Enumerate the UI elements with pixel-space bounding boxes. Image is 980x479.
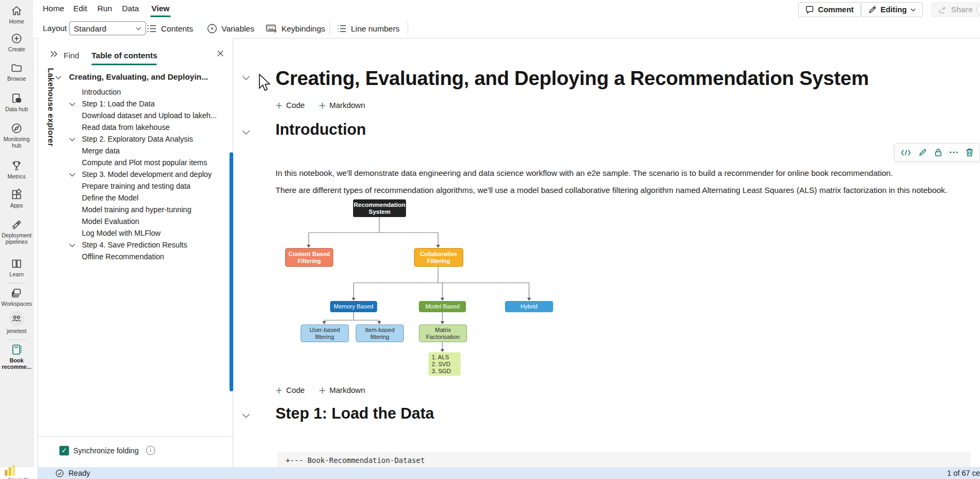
people-icon bbox=[0, 311, 33, 327]
collapse-intro-cell-chevron[interactable] bbox=[242, 130, 250, 135]
menu-view[interactable]: View bbox=[151, 4, 170, 13]
toc-item[interactable]: Model training and hyper-tunning bbox=[38, 204, 231, 215]
editing-mode-button[interactable]: Editing bbox=[861, 2, 923, 17]
layout-select[interactable]: Standard bbox=[69, 21, 146, 35]
toc-item-label: Step 1: Load the Data bbox=[82, 98, 231, 110]
toc-item[interactable]: Model Evaluation bbox=[38, 215, 231, 227]
step1-heading: Step 1: Load the Data bbox=[275, 405, 434, 422]
share-button[interactable]: Share bbox=[931, 2, 979, 17]
sidebar-item-notebook-book-recommendation[interactable]: Book recomme... bbox=[0, 343, 33, 370]
toc-item[interactable]: Download dataset and Upload to lakeh... bbox=[38, 110, 231, 121]
toc-item[interactable]: Step 1: Load the Data bbox=[38, 98, 231, 110]
lock-cell-icon[interactable] bbox=[935, 148, 942, 157]
layout-label: Layout bbox=[43, 24, 67, 33]
line-numbers-button[interactable]: Line numbers bbox=[337, 22, 400, 35]
tab-table-of-contents[interactable]: Table of contents bbox=[91, 51, 157, 60]
chevron-down-icon[interactable] bbox=[69, 102, 75, 106]
flowchart-node-recommendation-system: Recommendation System bbox=[353, 199, 406, 217]
sidebar-item-label: Metrics bbox=[1, 173, 32, 180]
toc-item[interactable]: Compute and Plot most popular items bbox=[38, 157, 231, 168]
toc-item[interactable]: Introduction bbox=[38, 86, 231, 98]
app-window: Home Create Browse Data hub Monitoring h… bbox=[0, 0, 980, 479]
close-panel-button[interactable] bbox=[217, 50, 224, 57]
chevron-down-icon[interactable] bbox=[69, 173, 75, 177]
toc-item[interactable]: Step 3. Model development and deploy bbox=[38, 168, 231, 180]
flowchart-node-als-list: 1. ALS 2. SVD 3. SGD bbox=[428, 352, 461, 376]
chevron-down-icon[interactable] bbox=[69, 137, 75, 142]
toc-item[interactable]: Step 2. Exploratory Data Analysis bbox=[38, 133, 231, 145]
chevron-down-icon[interactable] bbox=[69, 243, 75, 248]
delete-cell-icon[interactable] bbox=[966, 148, 974, 157]
toc-item-label: Step 4. Save Prediction Results bbox=[82, 239, 231, 251]
more-options-icon[interactable] bbox=[950, 151, 958, 153]
menu-home[interactable]: Home bbox=[43, 4, 64, 13]
toc-item[interactable]: Log Model with MLFlow bbox=[38, 227, 231, 239]
add-markdown-button[interactable]: Markdown bbox=[319, 101, 365, 110]
menu-run[interactable]: Run bbox=[97, 4, 112, 13]
recommendation-flowchart-image: Recommendation System Content Based Filt… bbox=[285, 198, 585, 380]
toc-item-label: Offline Recommendation bbox=[82, 251, 231, 262]
variables-button[interactable]: Variables bbox=[207, 22, 254, 35]
status-bar: Ready 1 of 67 ce bbox=[37, 467, 980, 479]
toc-item[interactable]: Define the Model bbox=[38, 192, 231, 204]
edit-cell-icon[interactable] bbox=[918, 148, 927, 157]
flowchart-node-item-based-filtering: Item-based filtering bbox=[356, 325, 404, 342]
keybindings-button[interactable]: Keybindings bbox=[266, 22, 325, 35]
notebook-scrollbar-thumb[interactable] bbox=[229, 152, 233, 391]
sidebar-item-workspaces[interactable]: Workspaces bbox=[0, 287, 33, 307]
collapse-title-cell-chevron[interactable] bbox=[242, 75, 250, 81]
toc-item[interactable]: Read data from lakehouse bbox=[38, 121, 231, 133]
add-code-button[interactable]: Code bbox=[275, 386, 305, 395]
contents-toggle-button[interactable]: Contents bbox=[147, 22, 193, 35]
sidebar-item-data-hub[interactable]: Data hub bbox=[0, 92, 33, 112]
sidebar-item-home[interactable]: Home bbox=[0, 4, 33, 25]
code-cell[interactable]: +--- Book-Recommendation-Dataset bbox=[277, 452, 971, 467]
toc-item[interactable]: Step 4. Save Prediction Results bbox=[38, 239, 231, 251]
power-bi-logo[interactable]: Power BI bbox=[4, 465, 32, 479]
tab-find[interactable]: Find bbox=[64, 51, 79, 60]
toc-item[interactable]: Prepare training and testing data bbox=[38, 180, 231, 192]
active-tab-underline bbox=[91, 64, 157, 65]
sidebar-item-deployment-pipelines[interactable]: Deployment pipelines bbox=[0, 218, 33, 245]
double-chevron-right-icon bbox=[50, 50, 58, 58]
sidebar-item-learn[interactable]: Learn bbox=[0, 257, 33, 277]
synchronize-folding-checkbox[interactable] bbox=[59, 446, 69, 455]
convert-to-code-icon[interactable] bbox=[901, 149, 911, 156]
toc-item-label: Download dataset and Upload to lakeh... bbox=[82, 110, 231, 121]
info-icon[interactable] bbox=[146, 446, 155, 455]
menu-data[interactable]: Data bbox=[122, 4, 139, 13]
toc-item-label: Compute and Plot most popular items bbox=[82, 157, 231, 168]
add-code-button[interactable]: Code bbox=[275, 101, 305, 110]
toc-item[interactable]: Offline Recommendation bbox=[38, 251, 231, 262]
chevron-down-icon bbox=[136, 27, 141, 30]
flowchart-node-memory-based: Memory Based bbox=[330, 301, 377, 312]
toc-item-label: Log Model with MLFlow bbox=[82, 227, 231, 239]
toc-item[interactable]: Creating, Evaluating, and Deployin... bbox=[38, 71, 231, 83]
expand-panel-button[interactable] bbox=[50, 50, 58, 58]
share-icon bbox=[938, 5, 947, 14]
sidebar-item-browse[interactable]: Browse bbox=[0, 61, 33, 82]
compass-icon bbox=[0, 122, 33, 135]
chevron-down-icon[interactable] bbox=[55, 75, 62, 80]
sidebar-item-workspace-jenetest[interactable]: jenetest bbox=[0, 311, 33, 334]
plus-icon bbox=[275, 387, 282, 394]
plus-icon bbox=[319, 387, 326, 394]
view-toolbar: Layout Standard Contents Variables Keybi… bbox=[33, 18, 980, 38]
sidebar-item-create[interactable]: Create bbox=[0, 32, 33, 52]
panel-footer-divider bbox=[38, 436, 233, 437]
flowchart-node-user-based-filtering: User-based filtering bbox=[301, 325, 349, 342]
collapse-step1-cell-chevron[interactable] bbox=[242, 413, 250, 419]
variables-label: Variables bbox=[221, 24, 254, 33]
plus-icon bbox=[275, 102, 282, 109]
toc-item-label: Merge data bbox=[82, 145, 231, 157]
rocket-icon bbox=[0, 218, 33, 231]
sidebar-item-metrics[interactable]: Metrics bbox=[0, 159, 33, 180]
sidebar-item-apps[interactable]: Apps bbox=[0, 188, 33, 208]
sidebar-item-monitoring-hub[interactable]: Monitoring hub bbox=[0, 122, 33, 149]
line-numbers-label: Line numbers bbox=[351, 24, 400, 33]
menu-edit[interactable]: Edit bbox=[73, 4, 87, 13]
rail-divider bbox=[7, 283, 26, 283]
comment-button[interactable]: Comment bbox=[798, 2, 861, 17]
toc-item[interactable]: Merge data bbox=[38, 145, 231, 157]
add-markdown-button[interactable]: Markdown bbox=[319, 386, 365, 395]
